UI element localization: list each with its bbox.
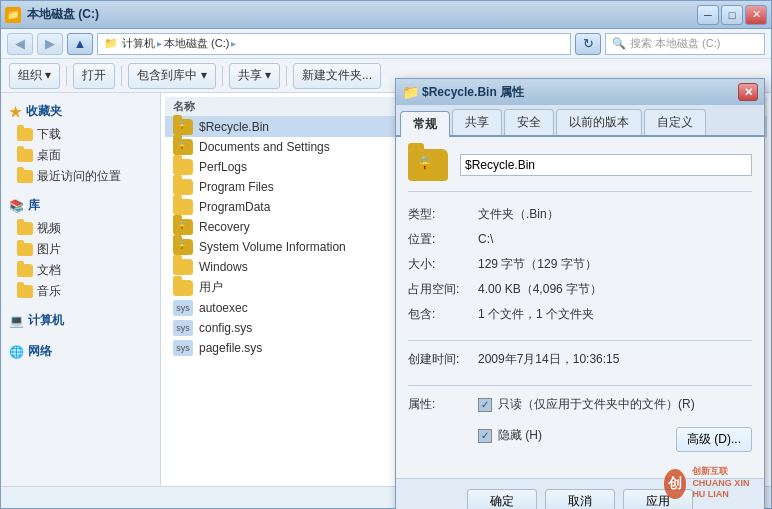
dialog-created-row: 创建时间: 2009年7月14日，10:36:15 (408, 351, 752, 368)
disk-size-value: 4.00 KB（4,096 字节） (478, 281, 602, 298)
dialog-folder-icon (408, 149, 448, 181)
watermark: 创 创新互联CHUANG XIN HU LIAN (664, 466, 764, 501)
created-value: 2009年7月14日，10:36:15 (478, 351, 619, 368)
dialog-attr-header-row: 属性: 只读（仅应用于文件夹中的文件）(R) 隐藏 (H) 高级 (D)... (408, 396, 752, 458)
attr-label: 属性: (408, 396, 478, 413)
hidden-label: 隐藏 (H) (498, 427, 542, 444)
disk-size-label: 占用空间: (408, 281, 478, 298)
type-value: 文件夹（.Bin） (478, 206, 559, 223)
dialog-content: 类型: 文件夹（.Bin） 位置: C:\ 大小: 129 字节（129 字节）… (396, 137, 764, 478)
watermark-text: 创新互联CHUANG XIN HU LIAN (692, 466, 764, 501)
dialog-icon: 📁 (402, 84, 418, 100)
dialog-titlebar: 📁 $Recycle.Bin 属性 ✕ (396, 79, 764, 105)
properties-dialog: 📁 $Recycle.Bin 属性 ✕ 常规 共享 安全 以前的版本 自定义 类… (395, 78, 765, 509)
location-value: C:\ (478, 232, 493, 246)
dialog-type-row: 类型: 文件夹（.Bin） (408, 206, 752, 223)
size-label: 大小: (408, 256, 478, 273)
readonly-checkbox[interactable] (478, 398, 492, 412)
dialog-close-button[interactable]: ✕ (738, 83, 758, 101)
dialog-overlay: 📁 $Recycle.Bin 属性 ✕ 常规 共享 安全 以前的版本 自定义 类… (0, 0, 772, 509)
tab-security[interactable]: 安全 (504, 109, 554, 135)
cancel-button[interactable]: 取消 (545, 489, 615, 509)
contains-label: 包含: (408, 306, 478, 323)
tab-general[interactable]: 常规 (400, 111, 450, 137)
hidden-checkbox[interactable] (478, 429, 492, 443)
location-label: 位置: (408, 231, 478, 248)
readonly-label: 只读（仅应用于文件夹中的文件）(R) (498, 396, 695, 413)
advanced-btn-row: 高级 (D)... (676, 427, 752, 452)
dialog-spacer-1 (408, 331, 752, 341)
dialog-disk-size-row: 占用空间: 4.00 KB（4,096 字节） (408, 281, 752, 298)
type-label: 类型: (408, 206, 478, 223)
tab-sharing[interactable]: 共享 (452, 109, 502, 135)
dialog-readonly-row: 只读（仅应用于文件夹中的文件）(R) (478, 396, 752, 413)
dialog-header-row (408, 149, 752, 192)
dialog-spacer-2 (408, 376, 752, 386)
dialog-contains-row: 包含: 1 个文件，1 个文件夹 (408, 306, 752, 323)
tab-previous[interactable]: 以前的版本 (556, 109, 642, 135)
ok-button[interactable]: 确定 (467, 489, 537, 509)
dialog-title: $Recycle.Bin 属性 (422, 84, 734, 101)
advanced-button[interactable]: 高级 (D)... (676, 427, 752, 452)
tab-custom[interactable]: 自定义 (644, 109, 706, 135)
dialog-size-row: 大小: 129 字节（129 字节） (408, 256, 752, 273)
dialog-location-row: 位置: C:\ (408, 231, 752, 248)
folder-name-input[interactable] (460, 154, 752, 176)
size-value: 129 字节（129 字节） (478, 256, 597, 273)
dialog-tabs: 常规 共享 安全 以前的版本 自定义 (396, 105, 764, 137)
contains-value: 1 个文件，1 个文件夹 (478, 306, 594, 323)
watermark-icon: 创 (664, 469, 686, 499)
dialog-hidden-row: 隐藏 (H) 高级 (D)... (478, 419, 752, 452)
created-label: 创建时间: (408, 351, 478, 368)
